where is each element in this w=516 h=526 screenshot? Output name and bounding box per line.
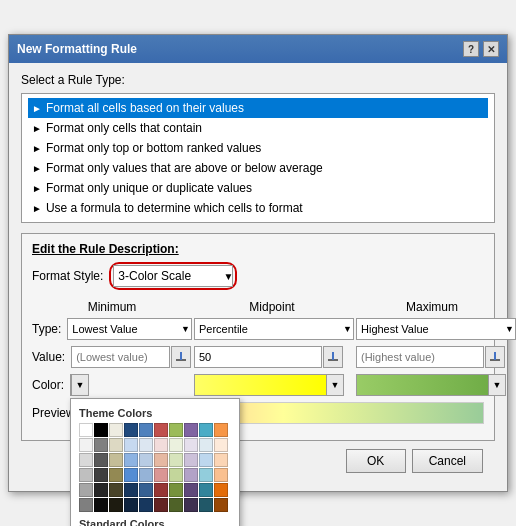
color-cell[interactable] <box>124 498 138 512</box>
col-header-maximum: Maximum <box>352 300 512 314</box>
color-cell[interactable] <box>124 483 138 497</box>
color-cell[interactable] <box>94 438 108 452</box>
cancel-button[interactable]: Cancel <box>412 449 483 473</box>
color-cell[interactable] <box>94 498 108 512</box>
rule-type-box: ► Format all cells based on their values… <box>21 93 495 223</box>
color-cell[interactable] <box>199 498 213 512</box>
color-mid-swatch[interactable] <box>194 374 327 396</box>
color-cell[interactable] <box>214 453 228 467</box>
rule-type-item-0[interactable]: ► Format all cells based on their values <box>28 98 488 118</box>
color-cell[interactable] <box>124 423 138 437</box>
color-cell[interactable] <box>109 423 123 437</box>
rule-type-item-1[interactable]: ► Format only cells that contain <box>28 118 488 138</box>
color-cell[interactable] <box>214 498 228 512</box>
color-cell[interactable] <box>79 468 93 482</box>
color-max-swatch[interactable] <box>356 374 489 396</box>
type-mid-select[interactable]: Number Percentile Percent Formula <box>194 318 354 340</box>
color-cell[interactable] <box>79 438 93 452</box>
color-cell[interactable] <box>79 498 93 512</box>
color-min-dropdown-btn[interactable]: ▼ <box>71 374 89 396</box>
color-cell[interactable] <box>139 468 153 482</box>
color-mid-dropdown-btn[interactable]: ▼ <box>326 374 344 396</box>
color-cell[interactable] <box>169 483 183 497</box>
color-cell[interactable] <box>109 438 123 452</box>
color-cell[interactable] <box>214 423 228 437</box>
color-cell[interactable] <box>214 468 228 482</box>
value-label: Value: <box>32 350 69 364</box>
dialog: New Formatting Rule ? ✕ Select a Rule Ty… <box>8 34 508 492</box>
rule-type-item-4[interactable]: ► Format only unique or duplicate values <box>28 178 488 198</box>
value-mid-input[interactable] <box>194 346 322 368</box>
preview-label: Preview <box>32 406 75 420</box>
ok-button[interactable]: OK <box>346 449 406 473</box>
type-max-select-wrapper: Highest Value Number Percent Percentile … <box>356 318 516 340</box>
svg-rect-1 <box>180 352 182 360</box>
color-cell[interactable] <box>94 453 108 467</box>
type-max-select[interactable]: Highest Value Number Percent Percentile … <box>356 318 516 340</box>
color-cell[interactable] <box>109 483 123 497</box>
type-row: Type: Lowest Value Number Percent Percen… <box>32 318 484 340</box>
color-cell[interactable] <box>169 468 183 482</box>
value-min-input[interactable] <box>71 346 170 368</box>
color-cell[interactable] <box>214 438 228 452</box>
color-cell[interactable] <box>124 453 138 467</box>
rule-type-item-3[interactable]: ► Format only values that are above or b… <box>28 158 488 178</box>
rule-type-item-2[interactable]: ► Format only top or bottom ranked value… <box>28 138 488 158</box>
color-cell[interactable] <box>139 423 153 437</box>
color-cell[interactable] <box>139 438 153 452</box>
color-cell[interactable] <box>94 483 108 497</box>
color-cell[interactable] <box>79 483 93 497</box>
color-cell[interactable] <box>154 468 168 482</box>
color-cell[interactable] <box>154 423 168 437</box>
value-mid-input-wrapper <box>194 346 344 368</box>
color-cell[interactable] <box>154 453 168 467</box>
type-label: Type: <box>32 322 65 336</box>
color-cell[interactable] <box>184 468 198 482</box>
color-cell[interactable] <box>109 468 123 482</box>
color-cell[interactable] <box>199 423 213 437</box>
color-cell[interactable] <box>184 423 198 437</box>
color-cell[interactable] <box>79 453 93 467</box>
color-cell[interactable] <box>139 453 153 467</box>
color-cell[interactable] <box>169 438 183 452</box>
help-button[interactable]: ? <box>463 41 479 57</box>
color-cell[interactable] <box>184 438 198 452</box>
color-cell[interactable] <box>154 438 168 452</box>
color-cell[interactable] <box>154 498 168 512</box>
type-min-select[interactable]: Lowest Value Number Percent Percentile F… <box>67 318 192 340</box>
value-min-picker-btn[interactable] <box>171 346 191 368</box>
color-cell[interactable] <box>139 498 153 512</box>
color-cell[interactable] <box>109 453 123 467</box>
color-cell[interactable] <box>109 498 123 512</box>
color-cell[interactable] <box>199 453 213 467</box>
close-button[interactable]: ✕ <box>483 41 499 57</box>
color-max-swatch-wrapper: ▼ <box>356 374 506 396</box>
value-max-picker-btn[interactable] <box>485 346 505 368</box>
color-cell[interactable] <box>139 483 153 497</box>
value-max-input[interactable] <box>356 346 484 368</box>
value-mid-picker-btn[interactable] <box>323 346 343 368</box>
color-cell[interactable] <box>124 468 138 482</box>
arrow-icon-4: ► <box>32 183 42 194</box>
color-cell[interactable] <box>169 453 183 467</box>
color-cell[interactable] <box>184 483 198 497</box>
color-cell[interactable] <box>79 423 93 437</box>
color-cell[interactable] <box>184 453 198 467</box>
type-min-select-wrapper: Lowest Value Number Percent Percentile F… <box>67 318 192 340</box>
color-cell[interactable] <box>184 498 198 512</box>
color-cell[interactable] <box>169 498 183 512</box>
color-cell[interactable] <box>94 468 108 482</box>
picker-icon <box>176 352 186 362</box>
color-cell[interactable] <box>199 438 213 452</box>
color-cell[interactable] <box>169 423 183 437</box>
color-cell[interactable] <box>94 423 108 437</box>
color-cell[interactable] <box>199 483 213 497</box>
rule-type-item-5[interactable]: ► Use a formula to determine which cells… <box>28 198 488 218</box>
color-cell[interactable] <box>214 483 228 497</box>
format-style-select[interactable]: 2-Color Scale 3-Color Scale Data Bar Ico… <box>113 265 233 287</box>
arrow-icon-5: ► <box>32 203 42 214</box>
color-max-dropdown-btn[interactable]: ▼ <box>488 374 506 396</box>
color-cell[interactable] <box>154 483 168 497</box>
color-cell[interactable] <box>199 468 213 482</box>
color-cell[interactable] <box>124 438 138 452</box>
